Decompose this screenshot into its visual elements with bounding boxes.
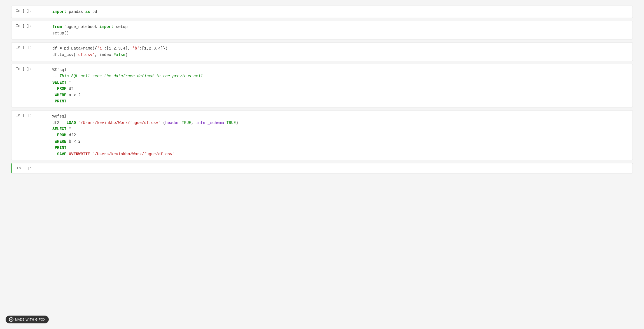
- code-token: =: [179, 121, 182, 125]
- notebook-cell[interactable]: In [ ]:df = pd.DataFrame({'a':[1,2,3,4],…: [11, 42, 633, 61]
- code-token: SELECT: [52, 127, 66, 131]
- code-token: df2: [52, 121, 62, 125]
- cell-prompt: In [ ]:: [11, 111, 48, 120]
- code-token: a > 2: [66, 93, 80, 97]
- code-token: FROM: [52, 86, 66, 91]
- code-token: PRINT: [52, 145, 66, 150]
- gifox-badge: ❋ MADE WITH GIFOX: [6, 316, 49, 323]
- code-line: FROM df2: [52, 132, 628, 138]
- code-token: , index=: [95, 53, 113, 57]
- code-line: FROM df: [52, 86, 628, 92]
- code-token: 'a': [97, 46, 104, 51]
- cell-content[interactable]: [48, 163, 633, 169]
- code-token: ,: [191, 121, 196, 125]
- code-token: :[1,2,3,4]}): [139, 46, 168, 51]
- code-token: =: [62, 121, 67, 125]
- code-token: -- This SQL cell sees the dataframe defi…: [52, 74, 203, 78]
- code-token: pandas: [66, 10, 85, 14]
- code-token: LOAD: [66, 121, 76, 125]
- cell-content[interactable]: df = pd.DataFrame({'a':[1,2,3,4], 'b':[1…: [48, 43, 633, 61]
- cell-prompt: In [ ]:: [11, 43, 48, 52]
- code-token: False: [113, 53, 125, 57]
- code-line: df.to_csv('df.csv', index=False): [52, 52, 628, 58]
- code-token: SELECT: [52, 80, 66, 85]
- cell-content[interactable]: %%fsql-- This SQL cell sees the datafram…: [48, 64, 633, 107]
- code-token: *: [66, 80, 71, 85]
- code-token: import: [99, 25, 113, 29]
- code-token: df: [52, 46, 59, 51]
- notebook-cell[interactable]: In [ ]:%%fsqldf2 = LOAD "/Users/kevinkho…: [11, 110, 633, 160]
- code-token: df2: [66, 133, 76, 137]
- code-token: "/Users/kevinkho/Work/fugue/df.csv": [78, 121, 160, 125]
- code-token: setup(): [52, 31, 69, 36]
- code-token: (: [161, 121, 165, 125]
- code-token: 'b': [132, 46, 139, 51]
- code-token: =: [224, 121, 226, 125]
- cell-prompt: In [ ]:: [11, 64, 48, 74]
- code-token: TRUE: [182, 121, 191, 125]
- code-line: %%fsql: [52, 113, 628, 119]
- code-token: PRINT: [52, 99, 66, 104]
- code-line: setup(): [52, 30, 628, 36]
- code-line: from fugue_notebook import setup: [52, 24, 628, 30]
- code-line: SAVE OVERWRITE "/Users/kevinkho/Work/fug…: [52, 151, 628, 157]
- cell-prompt: In [ ]:: [11, 6, 48, 16]
- cell-prompt: In [ ]:: [11, 21, 48, 31]
- notebook-cell[interactable]: In [ ]:from fugue_notebook import setups…: [11, 21, 633, 39]
- code-token: as: [85, 10, 90, 14]
- notebook-cell[interactable]: In [ ]:%%fsql-- This SQL cell sees the d…: [11, 64, 633, 107]
- code-token: ): [125, 53, 127, 57]
- code-line: import pandas as pd: [52, 9, 628, 15]
- code-token: *: [66, 127, 71, 131]
- code-line: SELECT *: [52, 79, 628, 86]
- code-token: WHERE: [52, 93, 66, 97]
- notebook-cell[interactable]: In [ ]:: [11, 163, 633, 173]
- code-line: -- This SQL cell sees the dataframe defi…: [52, 73, 628, 79]
- code-token: OVERWRITE: [69, 152, 90, 156]
- cell-content[interactable]: import pandas as pd: [48, 6, 633, 18]
- gifox-icon: ❋: [9, 317, 13, 322]
- notebook-cell[interactable]: In [ ]:import pandas as pd: [11, 6, 633, 18]
- code-line: %%fsql: [52, 67, 628, 73]
- code-token: WHERE: [52, 139, 66, 144]
- code-line: df2 = LOAD "/Users/kevinkho/Work/fugue/d…: [52, 120, 628, 126]
- code-token: =: [59, 46, 64, 51]
- cell-content[interactable]: from fugue_notebook import setupsetup(): [48, 21, 633, 39]
- code-token: df: [66, 86, 73, 91]
- code-token: pd.DataFrame({: [64, 46, 97, 51]
- code-token: SAVE: [52, 152, 66, 156]
- code-token: [90, 152, 92, 156]
- code-token: setup: [113, 25, 127, 29]
- code-line: PRINT: [52, 98, 628, 104]
- code-token: 'df.csv': [76, 53, 95, 57]
- code-token: header: [165, 121, 179, 125]
- code-line: SELECT *: [52, 126, 628, 132]
- code-token: :[1,2,3,4],: [104, 46, 132, 51]
- cell-content[interactable]: %%fsqldf2 = LOAD "/Users/kevinkho/Work/f…: [48, 111, 633, 160]
- code-line: WHERE a > 2: [52, 92, 628, 98]
- code-token: import: [52, 10, 66, 14]
- code-token: fugue_notebook: [62, 25, 99, 29]
- code-line: WHERE b < 2: [52, 138, 628, 145]
- code-token: df.to_csv(: [52, 53, 76, 57]
- code-token: pd: [90, 10, 97, 14]
- code-token: %%fsql: [52, 114, 66, 119]
- code-line: df = pd.DataFrame({'a':[1,2,3,4], 'b':[1…: [52, 45, 628, 51]
- code-token: FROM: [52, 133, 66, 137]
- gifox-label: MADE WITH GIFOX: [15, 318, 45, 321]
- notebook-container: In [ ]:import pandas as pdIn [ ]:from fu…: [6, 6, 638, 173]
- code-line: PRINT: [52, 145, 628, 151]
- code-token: from: [52, 25, 62, 29]
- code-token: b < 2: [66, 139, 80, 144]
- code-token: "/Users/kevinkho/Work/fugue/df.csv": [92, 152, 175, 156]
- code-token: [66, 152, 69, 156]
- cell-prompt: In [ ]:: [12, 163, 48, 173]
- code-token: ): [236, 121, 238, 125]
- code-token: TRUE: [227, 121, 236, 125]
- code-token: infer_schema: [196, 121, 224, 125]
- code-token: %%fsql: [52, 68, 66, 72]
